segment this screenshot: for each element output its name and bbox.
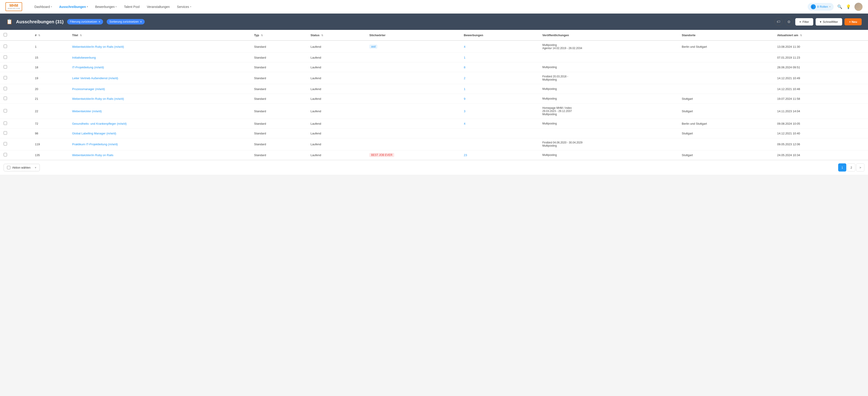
bewerbungen-link[interactable]: 8 [464, 66, 465, 69]
col-id[interactable]: # ⇅ [31, 30, 68, 40]
row-bewerbungen [460, 129, 539, 138]
sort-reset-button[interactable]: Sortierung zurücksetzen × [107, 19, 145, 24]
row-title-link[interactable]: Praktikum IT-Projektleitung (m/w/d) [72, 143, 118, 146]
nav-right: 👥 8 Rollen ▾ 🔍 💡 [808, 3, 863, 11]
filter-reset-label: Filterung zurücksetzen [70, 20, 97, 23]
row-stichwort [366, 53, 460, 62]
pagination-next-button[interactable]: > [856, 163, 864, 172]
bewerbungen-link[interactable]: 9 [464, 97, 465, 101]
col-title[interactable]: Titel ⇅ [68, 30, 250, 40]
row-bewerbungen [460, 138, 539, 150]
row-title-link[interactable]: Leiter Vertrieb Außendienst (m/w/d) [72, 77, 118, 80]
sort-reset-label: Sortierung zurücksetzen [110, 20, 138, 23]
row-checkbox[interactable] [4, 55, 7, 59]
nav-item-veranstaltungen[interactable]: Veranstaltungen [144, 3, 173, 10]
col-status[interactable]: Status ⇅ [307, 30, 366, 40]
row-standorte: Stuttgart [678, 104, 774, 119]
row-stichwort [366, 84, 460, 94]
row-stichwort [366, 94, 460, 104]
row-bewerbungen: 23 [460, 150, 539, 160]
table-row: 21Webentwickler/in Ruby on Rails (m/w/d)… [0, 94, 868, 104]
page-btn-1[interactable]: 1 [838, 163, 846, 172]
row-bewerbungen: 2 [460, 72, 539, 84]
schnellfilter-button[interactable]: ▾ Schnellfilter [815, 18, 842, 26]
search-icon[interactable]: 🔍 [837, 4, 842, 9]
nav-item-services[interactable]: Services▾ [174, 3, 194, 10]
action-select[interactable]: Aktion wählen ▾ [4, 164, 40, 171]
row-checkbox[interactable] [4, 153, 7, 157]
row-checkbox[interactable] [4, 109, 7, 112]
row-checkbox[interactable] [4, 142, 7, 145]
row-title-link[interactable]: Webentwickler/in Ruby on Rails [72, 153, 114, 157]
navbar: MHM MHM-HR.COM Dashboard▾Ausschreibungen… [0, 0, 868, 13]
row-checkbox[interactable] [4, 65, 7, 68]
roles-button[interactable]: 👥 8 Rollen ▾ [808, 3, 834, 11]
stichwort-tag[interactable]: asd [369, 45, 377, 49]
action-chevron-icon: ▾ [35, 166, 36, 169]
row-title-link[interactable]: Webentwickler/in Ruby on Rails (m/w/d) [72, 97, 124, 101]
bewerbungen-link[interactable]: 3 [464, 110, 465, 113]
logo[interactable]: MHM MHM-HR.COM [5, 2, 22, 11]
row-status: Laufend [307, 53, 366, 62]
row-title-link[interactable]: Webentwickler (m/w/d) [72, 110, 102, 113]
page-btn-2[interactable]: 2 [847, 163, 855, 172]
bewerbungen-link[interactable]: 1 [464, 56, 465, 59]
bewerbungen-link[interactable]: 1 [464, 87, 465, 91]
row-checkbox[interactable] [4, 131, 7, 135]
table-row: 135Webentwickler/in Ruby on RailsStandar… [0, 150, 868, 160]
row-aktualisiert: 14.11.2023 14:04 [774, 104, 868, 119]
row-title-link[interactable]: Prozessmanager (m/w/d) [72, 87, 105, 91]
sort-reset-close-icon: × [140, 20, 142, 24]
row-veroeffentlichungen: Multiposting [539, 94, 678, 104]
tags-icon[interactable]: 🏷 [774, 18, 782, 26]
row-bewerbungen: 1 [460, 84, 539, 94]
select-all-checkbox[interactable] [4, 33, 7, 36]
avatar[interactable] [855, 3, 863, 11]
row-typ: Standard [250, 104, 307, 119]
col-stichwort: Stichwörter [366, 30, 460, 40]
filter-reset-button[interactable]: Filterung zurücksetzen × [67, 19, 103, 24]
row-title-link[interactable]: Gesundheits- und Krankenpfleger (m/w/d) [72, 122, 127, 125]
row-title-link[interactable]: IT-Projektleitung (m/w/d) [72, 66, 104, 69]
col-typ[interactable]: Typ ⇅ [250, 30, 307, 40]
row-stichwort [366, 72, 460, 84]
row-title-link[interactable]: Initiativbewerbung [72, 56, 96, 59]
nav-item-ausschreibungen[interactable]: Ausschreibungen▾ [56, 3, 91, 10]
row-typ: Standard [250, 119, 307, 129]
row-title-link[interactable]: Webentwickler/in Ruby on Rails (m/w/d) [72, 45, 124, 49]
row-checkbox[interactable] [4, 121, 7, 125]
footer-checkbox[interactable] [7, 166, 10, 169]
row-aktualisiert: 09.05.2023 12:06 [774, 138, 868, 150]
bewerbungen-link[interactable]: 2 [464, 77, 465, 80]
nav-item-bewerbungen[interactable]: Bewerbungen▾ [92, 3, 120, 10]
nav-item-dashboard[interactable]: Dashboard▾ [31, 3, 55, 10]
row-veroeffentlichungen: Multiposting [539, 150, 678, 160]
bewerbungen-link[interactable]: 4 [464, 122, 465, 125]
avatar-image [855, 3, 863, 11]
row-id: 22 [31, 104, 68, 119]
row-stichwort [366, 119, 460, 129]
row-status: Laufend [307, 84, 366, 94]
bewerbungen-link[interactable]: 4 [464, 45, 465, 49]
row-bewerbungen: 4 [460, 119, 539, 129]
filter-button[interactable]: ≡ Filter [795, 18, 813, 26]
stichwort-tag[interactable]: BEST JOB EVER [369, 153, 394, 157]
nav-item-talent-pool[interactable]: Talent Pool [121, 3, 143, 10]
row-checkbox[interactable] [4, 76, 7, 79]
row-checkbox[interactable] [4, 45, 7, 48]
settings-icon[interactable]: ⚙ [785, 18, 793, 26]
row-veroeffentlichungen: Multiposting [539, 119, 678, 129]
row-aktualisiert: 14.12.2021 10:49 [774, 72, 868, 84]
table-row: 72Gesundheits- und Krankenpfleger (m/w/d… [0, 119, 868, 129]
row-checkbox[interactable] [4, 87, 7, 90]
notification-icon[interactable]: 💡 [846, 4, 851, 9]
col-aktualisiert[interactable]: Aktualisiert am ⇅ [774, 30, 868, 40]
bewerbungen-link[interactable]: 23 [464, 153, 467, 157]
row-veroeffentlichungen: Firstbird 04.06.2020 - 30.04.2029 Multip… [539, 138, 678, 150]
action-placeholder: Aktion wählen [12, 166, 31, 169]
neu-button[interactable]: + Neu [844, 18, 862, 25]
table-row: 15InitiativbewerbungStandardLaufend107.0… [0, 53, 868, 62]
row-title-link[interactable]: Global Labelling Manager (m/w/d) [72, 132, 116, 135]
filter-reset-close-icon: × [98, 20, 100, 24]
row-checkbox[interactable] [4, 96, 7, 100]
